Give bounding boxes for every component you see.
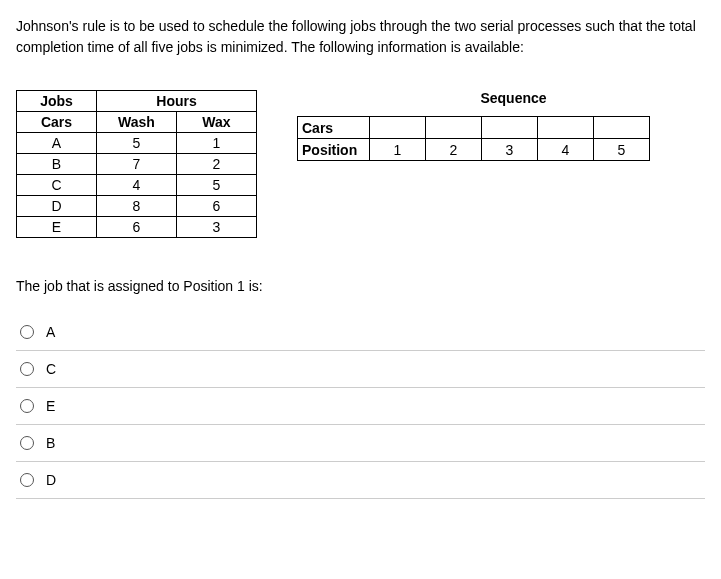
- seq-cell: 4: [538, 139, 594, 161]
- seq-cell: 5: [594, 139, 650, 161]
- cell-car: E: [17, 217, 97, 238]
- cell-car: D: [17, 196, 97, 217]
- radio-icon: [20, 362, 34, 376]
- option-a[interactable]: A: [16, 314, 705, 351]
- seq-cell: 1: [370, 139, 426, 161]
- radio-icon: [20, 473, 34, 487]
- jobs-header: Jobs: [17, 91, 97, 112]
- intro-text: Johnson's rule is to be used to schedule…: [16, 16, 705, 58]
- cell-wax: 1: [177, 133, 257, 154]
- option-b[interactable]: B: [16, 425, 705, 462]
- option-label: D: [46, 472, 56, 488]
- seq-cell: [482, 117, 538, 139]
- hours-header: Hours: [97, 91, 257, 112]
- sequence-table: Cars Position 1 2 3 4 5: [297, 116, 650, 161]
- cell-wax: 5: [177, 175, 257, 196]
- cell-wash: 8: [97, 196, 177, 217]
- radio-icon: [20, 436, 34, 450]
- cell-wax: 6: [177, 196, 257, 217]
- options-list: A C E B D: [16, 314, 705, 499]
- table-row: C 4 5: [17, 175, 257, 196]
- wax-header: Wax: [177, 112, 257, 133]
- option-label: B: [46, 435, 55, 451]
- wash-header: Wash: [97, 112, 177, 133]
- table-row: Cars: [298, 117, 650, 139]
- option-label: C: [46, 361, 56, 377]
- cell-wash: 6: [97, 217, 177, 238]
- radio-icon: [20, 399, 34, 413]
- radio-icon: [20, 325, 34, 339]
- cell-wash: 4: [97, 175, 177, 196]
- option-label: A: [46, 324, 55, 340]
- cell-wax: 2: [177, 154, 257, 175]
- sequence-block: Sequence Cars Position 1 2 3 4 5: [297, 90, 650, 161]
- seq-cars-label: Cars: [298, 117, 370, 139]
- cell-car: A: [17, 133, 97, 154]
- cell-wash: 5: [97, 133, 177, 154]
- seq-cell: [594, 117, 650, 139]
- option-e[interactable]: E: [16, 388, 705, 425]
- jobs-table: Jobs Hours Cars Wash Wax A 5 1 B 7 2 C 4: [16, 90, 257, 238]
- table-row: Position 1 2 3 4 5: [298, 139, 650, 161]
- cell-wash: 7: [97, 154, 177, 175]
- table-row: D 8 6: [17, 196, 257, 217]
- option-d[interactable]: D: [16, 462, 705, 499]
- question-text: The job that is assigned to Position 1 i…: [16, 278, 705, 294]
- cell-wax: 3: [177, 217, 257, 238]
- sequence-title: Sequence: [297, 90, 650, 106]
- seq-cell: [426, 117, 482, 139]
- option-c[interactable]: C: [16, 351, 705, 388]
- table-row: A 5 1: [17, 133, 257, 154]
- seq-position-label: Position: [298, 139, 370, 161]
- cell-car: C: [17, 175, 97, 196]
- table-row: E 6 3: [17, 217, 257, 238]
- option-label: E: [46, 398, 55, 414]
- jobs-table-block: Jobs Hours Cars Wash Wax A 5 1 B 7 2 C 4: [16, 90, 257, 238]
- cars-header: Cars: [17, 112, 97, 133]
- tables-row: Jobs Hours Cars Wash Wax A 5 1 B 7 2 C 4: [16, 90, 705, 238]
- table-row: B 7 2: [17, 154, 257, 175]
- seq-cell: 2: [426, 139, 482, 161]
- seq-cell: [370, 117, 426, 139]
- cell-car: B: [17, 154, 97, 175]
- seq-cell: [538, 117, 594, 139]
- seq-cell: 3: [482, 139, 538, 161]
